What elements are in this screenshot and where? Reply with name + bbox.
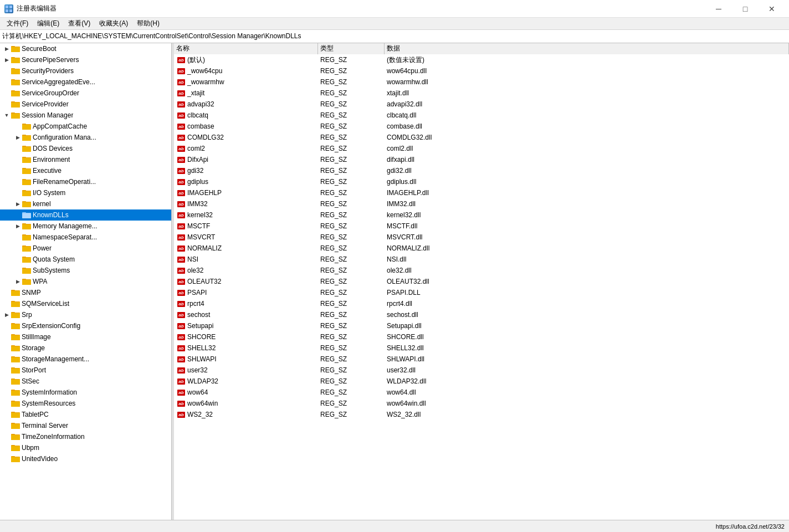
list-item[interactable]: abole32REG_SZole32.dll (174, 265, 789, 276)
list-item[interactable]: abMSVCRTREG_SZMSVCRT.dll (174, 232, 789, 243)
expand-icon[interactable] (2, 454, 11, 463)
registry-list[interactable]: ab(默认)REG_SZ(数值未设置)ab_wow64cpuREG_SZwow6… (174, 54, 789, 520)
list-item[interactable]: ab_wow64cpuREG_SZwow64cpu.dll (174, 65, 789, 76)
expand-icon[interactable]: ▶ (13, 133, 22, 142)
expand-icon[interactable] (2, 366, 11, 375)
col-header-name[interactable]: 名称 (174, 43, 318, 54)
list-item[interactable]: absechostREG_SZsechost.dll (174, 309, 789, 320)
list-item[interactable]: ab_wowarmhwREG_SZwowarmhw.dll (174, 76, 789, 88)
list-item[interactable]: ab(默认)REG_SZ(数值未设置) (174, 54, 789, 65)
tree-item[interactable]: StorPort (0, 365, 171, 376)
list-item[interactable]: abwow64REG_SZwow64.dll (174, 387, 789, 398)
expand-icon[interactable] (13, 177, 22, 186)
tree-item[interactable]: StorageManagement... (0, 354, 171, 365)
expand-icon[interactable]: ▶ (2, 55, 11, 64)
tree-item[interactable]: Terminal Server (0, 420, 171, 431)
expand-icon[interactable]: ▶ (13, 222, 22, 231)
tree-item[interactable]: ▶Configuration Mana... (0, 132, 171, 143)
list-item[interactable]: abWLDAP32REG_SZWLDAP32.dll (174, 376, 789, 387)
expand-icon[interactable] (13, 166, 22, 175)
tree-item[interactable]: ▶kernel (0, 198, 171, 209)
expand-icon[interactable] (2, 100, 11, 109)
expand-icon[interactable] (2, 332, 11, 341)
close-button[interactable]: ✕ (759, 0, 785, 18)
expand-icon[interactable] (2, 66, 11, 75)
tree-item[interactable]: SrpExtensionConfig (0, 320, 171, 331)
list-item[interactable]: abNORMALIZREG_SZNORMALIZ.dll (174, 243, 789, 254)
list-item[interactable]: ab_xtajitREG_SZxtajit.dll (174, 88, 789, 99)
col-header-data[interactable]: 数据 (385, 43, 789, 54)
tree-item[interactable]: ▶SecurePipeServers (0, 54, 171, 65)
list-item[interactable]: abSHELL32REG_SZSHELL32.dll (174, 342, 789, 354)
tree-item[interactable]: Executive (0, 165, 171, 176)
expand-icon[interactable] (2, 388, 11, 397)
tree-item[interactable]: StSec (0, 376, 171, 387)
tree-item[interactable]: Environment (0, 154, 171, 165)
expand-icon[interactable] (13, 144, 22, 153)
tree-item[interactable]: SubSystems (0, 265, 171, 276)
tree-item[interactable]: SystemResources (0, 398, 171, 409)
menu-edit[interactable]: 编辑(E) (33, 18, 64, 29)
tree-item[interactable]: SQMServiceList (0, 298, 171, 309)
tree-item[interactable]: Ubpm (0, 442, 171, 453)
tree-item[interactable]: SNMP (0, 287, 171, 298)
list-item[interactable]: abuser32REG_SZuser32.dll (174, 365, 789, 376)
expand-icon[interactable] (2, 421, 11, 430)
expand-icon[interactable]: ▶ (2, 44, 11, 53)
list-item[interactable]: abgdiplusREG_SZgdiplus.dll (174, 176, 789, 187)
list-item[interactable]: abIMAGEHLPREG_SZIMAGEHLP.dll (174, 187, 789, 198)
expand-icon[interactable]: ▶ (13, 200, 22, 208)
expand-icon[interactable] (13, 155, 22, 164)
minimize-button[interactable]: ─ (706, 0, 731, 18)
tree-item[interactable]: FileRenameOperati... (0, 176, 171, 187)
expand-icon[interactable] (13, 233, 22, 242)
expand-icon[interactable] (13, 255, 22, 264)
list-item[interactable]: abOLEAUT32REG_SZOLEAUT32.dll (174, 276, 789, 287)
sidebar[interactable]: ▶SecureBoot▶SecurePipeServersSecurityPro… (0, 43, 172, 520)
tree-item[interactable]: TabletPC (0, 409, 171, 420)
tree-item[interactable]: Power (0, 243, 171, 254)
tree-item[interactable]: ▶Memory Manageme... (0, 221, 171, 232)
tree-item[interactable]: UnitedVideo (0, 453, 171, 464)
expand-icon[interactable] (13, 188, 22, 197)
tree-item[interactable]: Quota System (0, 254, 171, 265)
list-item[interactable]: abadvapi32REG_SZadvapi32.dll (174, 99, 789, 110)
tree-item[interactable]: Storage (0, 342, 171, 354)
list-item[interactable]: abcombaseREG_SZcombase.dll (174, 121, 789, 132)
tree-item[interactable]: ▶SecureBoot (0, 43, 171, 54)
list-item[interactable]: abgdi32REG_SZgdi32.dll (174, 165, 789, 176)
list-item[interactable]: abSetupapiREG_SZSetupapi.dll (174, 320, 789, 331)
list-item[interactable]: abPSAPIREG_SZPSAPI.DLL (174, 287, 789, 298)
tree-item[interactable]: NamespaceSeparat... (0, 232, 171, 243)
expand-icon[interactable] (13, 211, 22, 219)
expand-icon[interactable] (2, 344, 11, 352)
expand-icon[interactable] (2, 377, 11, 386)
tree-item[interactable]: ServiceGroupOrder (0, 88, 171, 99)
expand-icon[interactable]: ▼ (2, 111, 11, 120)
expand-icon[interactable] (2, 432, 11, 441)
address-bar[interactable]: 计算机\HKEY_LOCAL_MACHINE\SYSTEM\CurrentCon… (0, 30, 789, 43)
tree-item[interactable]: TimeZoneInformation (0, 431, 171, 442)
list-item[interactable]: abNSIREG_SZNSI.dll (174, 254, 789, 265)
expand-icon[interactable] (13, 122, 22, 131)
tree-item[interactable]: I/O System (0, 187, 171, 198)
tree-item[interactable]: ServiceProvider (0, 99, 171, 110)
col-header-type[interactable]: 类型 (318, 43, 385, 54)
expand-icon[interactable] (2, 399, 11, 408)
list-item[interactable]: abSHLWAPIREG_SZSHLWAPI.dll (174, 354, 789, 365)
expand-icon[interactable] (13, 244, 22, 253)
expand-icon[interactable] (2, 288, 11, 297)
tree-item[interactable]: ▼Session Manager (0, 110, 171, 121)
tree-item[interactable]: ▶WPA (0, 276, 171, 287)
list-item[interactable]: abIMM32REG_SZIMM32.dll (174, 198, 789, 209)
tree-item[interactable]: KnownDLLs (0, 209, 171, 221)
expand-icon[interactable] (2, 443, 11, 452)
tree-item[interactable]: StillImage (0, 331, 171, 342)
list-item[interactable]: abSHCOREREG_SZSHCORE.dll (174, 331, 789, 342)
list-item[interactable]: abDifxApiREG_SZdifxapi.dll (174, 154, 789, 165)
expand-icon[interactable]: ▶ (2, 310, 11, 319)
maximize-button[interactable]: □ (732, 0, 758, 18)
expand-icon[interactable] (2, 355, 11, 364)
list-item[interactable]: abkernel32REG_SZkernel32.dll (174, 209, 789, 221)
tree-item[interactable]: ▶Srp (0, 309, 171, 320)
